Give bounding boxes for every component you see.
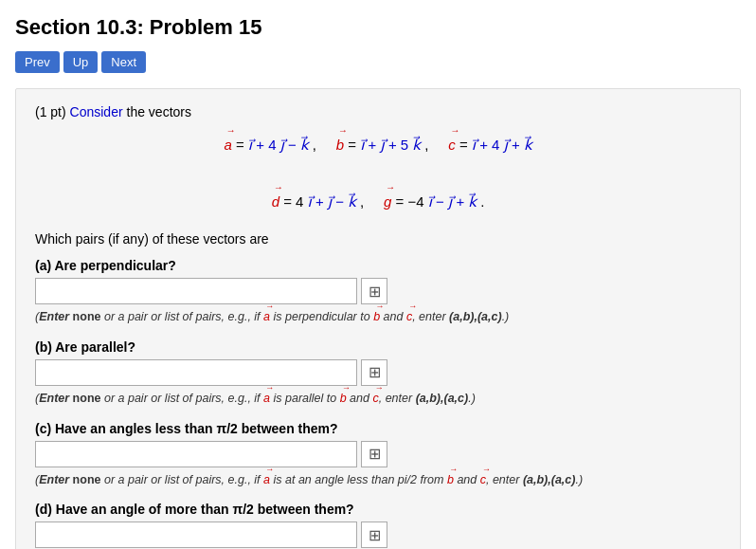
- part-d-section: (d) Have an angle of more than π/2 betwe…: [35, 502, 721, 549]
- problem-container: (1 pt) Consider the vectors → a = i⃗ + 4…: [15, 88, 741, 549]
- intro-text: (1 pt) Consider the vectors: [35, 104, 721, 119]
- part-d-input[interactable]: [35, 522, 357, 548]
- part-b-input[interactable]: [35, 359, 357, 386]
- part-c-input[interactable]: [35, 441, 357, 467]
- math-display: → a = i⃗ + 4 j⃗ − k⃗ , → b = i⃗ + j⃗ + 5…: [35, 131, 721, 216]
- part-b-section: (b) Are parallel? ⊞ (Enter none or a pai…: [35, 339, 721, 408]
- which-pairs-text: Which pairs (if any) of these vectors ar…: [35, 231, 721, 247]
- part-b-label: (b) Are parallel?: [35, 339, 721, 355]
- part-a-label: (a) Are perpendicular?: [35, 258, 721, 273]
- page-title: Section 10.3: Problem 15: [15, 15, 741, 40]
- next-button[interactable]: Next: [101, 51, 146, 73]
- up-button[interactable]: Up: [63, 51, 99, 73]
- part-c-input-row: ⊞: [35, 441, 721, 467]
- the-vectors-label: the vectors: [127, 104, 191, 119]
- part-a-input[interactable]: [35, 278, 357, 304]
- part-a-section: (a) Are perpendicular? ⊞ (Enter none or …: [35, 258, 721, 326]
- points-label: (1 pt): [35, 104, 66, 119]
- part-d-input-row: ⊞: [35, 522, 721, 548]
- part-d-grid-button[interactable]: ⊞: [361, 522, 387, 548]
- nav-buttons: Prev Up Next: [15, 51, 741, 73]
- consider-word: Consider: [70, 104, 123, 119]
- part-c-section: (c) Have an angles less than π/2 between…: [35, 421, 721, 489]
- part-a-hint: (Enter none or a pair or list of pairs, …: [35, 308, 721, 326]
- prev-button[interactable]: Prev: [15, 51, 60, 73]
- part-c-grid-button[interactable]: ⊞: [361, 441, 387, 467]
- part-c-hint: (Enter none or a pair or list of pairs, …: [35, 471, 721, 489]
- part-b-hint: (Enter none or a pair or list of pairs, …: [35, 390, 721, 408]
- part-c-label: (c) Have an angles less than π/2 between…: [35, 421, 721, 436]
- part-d-label: (d) Have an angle of more than π/2 betwe…: [35, 502, 721, 517]
